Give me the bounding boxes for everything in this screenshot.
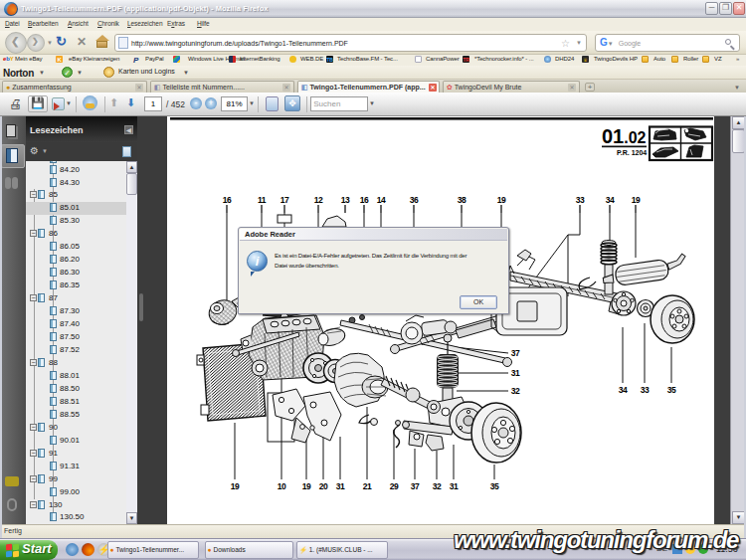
svg-text:19: 19: [231, 481, 240, 491]
svg-text:35: 35: [490, 481, 499, 491]
svg-text:01.02: 01.02: [602, 125, 647, 147]
svg-text:14: 14: [377, 195, 386, 205]
svg-text:19: 19: [302, 481, 311, 491]
svg-text:P.R. 1204: P.R. 1204: [617, 149, 647, 156]
svg-text:29: 29: [390, 481, 399, 491]
svg-text:35: 35: [667, 385, 676, 395]
svg-text:13: 13: [341, 195, 350, 205]
svg-text:33: 33: [641, 385, 650, 395]
svg-text:31: 31: [511, 368, 520, 378]
svg-text:12: 12: [314, 195, 323, 205]
svg-text:10: 10: [278, 481, 286, 491]
svg-text:33: 33: [576, 195, 585, 205]
svg-text:32: 32: [433, 481, 442, 491]
svg-text:36: 36: [410, 195, 419, 205]
svg-text:16: 16: [223, 195, 232, 205]
svg-text:20: 20: [319, 481, 328, 491]
svg-text:34: 34: [619, 385, 628, 395]
svg-text:37: 37: [511, 348, 520, 358]
svg-text:37: 37: [411, 481, 420, 491]
svg-text:32: 32: [511, 386, 520, 396]
svg-text:38: 38: [458, 195, 466, 205]
svg-text:11: 11: [258, 195, 267, 205]
svg-text:19: 19: [497, 195, 506, 205]
svg-text:19: 19: [632, 195, 641, 205]
svg-text:16: 16: [360, 195, 369, 205]
svg-text:17: 17: [280, 195, 289, 205]
svg-text:31: 31: [450, 481, 459, 491]
svg-text:21: 21: [363, 481, 372, 491]
svg-text:31: 31: [336, 481, 345, 491]
svg-text:34: 34: [606, 195, 615, 205]
